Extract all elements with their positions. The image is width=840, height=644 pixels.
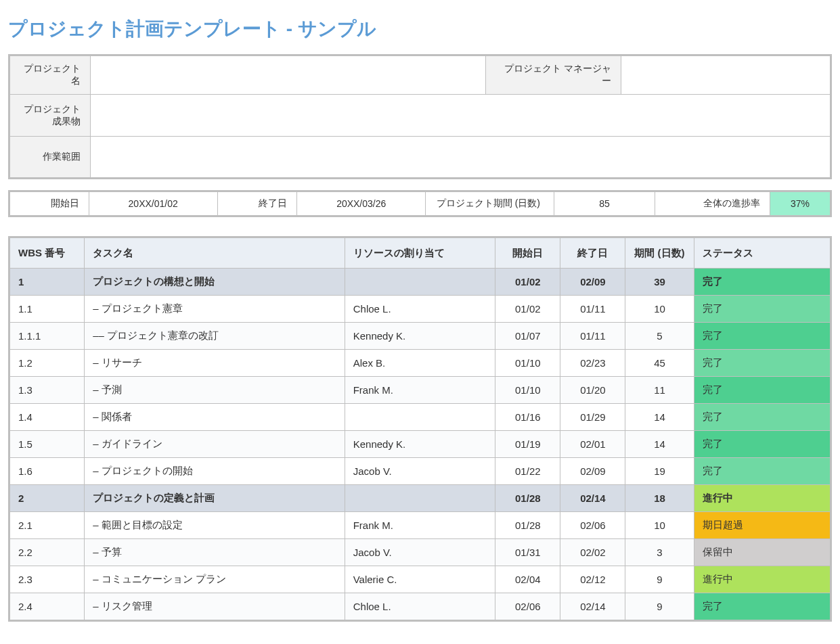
cell-task: –– プロジェクト憲章の改訂 — [85, 323, 345, 350]
end-date-value: 20XX/03/26 — [297, 191, 426, 216]
table-row: 1.6– プロジェクトの開始Jacob V.01/2202/0919完了 — [9, 458, 831, 485]
cell-start: 02/04 — [495, 566, 560, 593]
page-title: プロジェクト計画テンプレート - サンプル — [8, 16, 832, 42]
cell-task: – 関係者 — [85, 404, 345, 431]
cell-resource: Jacob V. — [345, 539, 495, 566]
cell-wbs: 1.1.1 — [9, 323, 85, 350]
table-row: 2.2– 予算Jacob V.01/3102/023保留中 — [9, 539, 831, 566]
cell-status: 完了 — [694, 296, 831, 323]
table-row: 1プロジェクトの構想と開始01/0202/0939完了 — [9, 269, 831, 296]
progress-label: 全体の進捗率 — [655, 191, 770, 216]
cell-start: 01/28 — [495, 485, 560, 512]
cell-task: – プロジェクト憲章 — [85, 296, 345, 323]
cell-resource: Kennedy K. — [345, 323, 495, 350]
cell-resource — [345, 485, 495, 512]
cell-status: 完了 — [694, 404, 831, 431]
table-row: 1.3– 予測Frank M.01/1001/2011完了 — [9, 377, 831, 404]
cell-wbs: 1.1 — [9, 296, 85, 323]
cell-start: 01/10 — [495, 377, 560, 404]
header-resource: リソースの割り当て — [345, 237, 495, 269]
cell-resource — [345, 269, 495, 296]
cell-wbs: 1.2 — [9, 350, 85, 377]
cell-start: 01/22 — [495, 458, 560, 485]
cell-wbs: 1.4 — [9, 404, 85, 431]
cell-start: 01/19 — [495, 431, 560, 458]
cell-resource — [345, 404, 495, 431]
cell-duration: 5 — [625, 323, 694, 350]
cell-duration: 39 — [625, 269, 694, 296]
header-task: タスク名 — [85, 237, 345, 269]
cell-task: – 範囲と目標の設定 — [85, 512, 345, 539]
summary-table: 開始日 20XX/01/02 終了日 20XX/03/26 プロジェクト期間 (… — [8, 190, 832, 217]
cell-resource: Frank M. — [345, 512, 495, 539]
scope-label: 作業範囲 — [9, 137, 91, 179]
cell-wbs: 2 — [9, 485, 85, 512]
cell-end: 02/14 — [560, 593, 625, 621]
cell-status: 完了 — [694, 323, 831, 350]
header-duration: 期間 (日数) — [625, 237, 694, 269]
scope-value[interactable] — [91, 137, 831, 179]
cell-status: 完了 — [694, 269, 831, 296]
start-date-value: 20XX/01/02 — [89, 191, 217, 216]
cell-wbs: 2.1 — [9, 512, 85, 539]
cell-resource: Jacob V. — [345, 458, 495, 485]
cell-status: 完了 — [694, 593, 831, 621]
cell-wbs: 1.6 — [9, 458, 85, 485]
deliverable-value[interactable] — [91, 95, 831, 137]
cell-status: 保留中 — [694, 539, 831, 566]
cell-task: – 予測 — [85, 377, 345, 404]
cell-resource: Valerie C. — [345, 566, 495, 593]
table-row: 1.2– リサーチAlex B.01/1002/2345完了 — [9, 350, 831, 377]
cell-resource: Chloe L. — [345, 593, 495, 621]
table-row: 2.4– リスク管理Chloe L.02/0602/149完了 — [9, 593, 831, 621]
cell-resource: Chloe L. — [345, 296, 495, 323]
header-end: 終了日 — [560, 237, 625, 269]
project-info-table: プロジェクト名 プロジェクト マネージャー プロジェクト 成果物 作業範囲 — [8, 54, 832, 179]
cell-duration: 10 — [625, 296, 694, 323]
cell-start: 01/16 — [495, 404, 560, 431]
cell-status: 完了 — [694, 350, 831, 377]
cell-duration: 19 — [625, 458, 694, 485]
cell-wbs: 2.2 — [9, 539, 85, 566]
cell-status: 完了 — [694, 458, 831, 485]
header-status: ステータス — [694, 237, 831, 269]
cell-wbs: 1.3 — [9, 377, 85, 404]
table-row: 2.3– コミュニケーション プランValerie C.02/0402/129進… — [9, 566, 831, 593]
cell-start: 01/10 — [495, 350, 560, 377]
progress-value: 37% — [770, 191, 831, 216]
deliverable-label: プロジェクト 成果物 — [9, 95, 91, 137]
cell-start: 01/28 — [495, 512, 560, 539]
table-row: 1.5– ガイドラインKennedy K.01/1902/0114完了 — [9, 431, 831, 458]
manager-value[interactable] — [621, 55, 831, 95]
end-date-label: 終了日 — [217, 191, 297, 216]
cell-resource: Kennedy K. — [345, 431, 495, 458]
cell-duration: 18 — [625, 485, 694, 512]
cell-task: – コミュニケーション プラン — [85, 566, 345, 593]
cell-task: プロジェクトの構想と開始 — [85, 269, 345, 296]
cell-start: 01/07 — [495, 323, 560, 350]
cell-task: プロジェクトの定義と計画 — [85, 485, 345, 512]
cell-duration: 14 — [625, 404, 694, 431]
cell-end: 02/01 — [560, 431, 625, 458]
cell-duration: 10 — [625, 512, 694, 539]
header-wbs: WBS 番号 — [9, 237, 85, 269]
cell-task: – ガイドライン — [85, 431, 345, 458]
cell-end: 02/09 — [560, 269, 625, 296]
cell-end: 01/29 — [560, 404, 625, 431]
task-table: WBS 番号 タスク名 リソースの割り当て 開始日 終了日 期間 (日数) ステ… — [8, 236, 832, 622]
duration-value: 85 — [554, 191, 655, 216]
table-row: 2プロジェクトの定義と計画01/2802/1418進行中 — [9, 485, 831, 512]
table-row: 2.1– 範囲と目標の設定Frank M.01/2802/0610期日超過 — [9, 512, 831, 539]
start-date-label: 開始日 — [9, 191, 89, 216]
cell-end: 01/11 — [560, 296, 625, 323]
duration-label: プロジェクト期間 (日数) — [426, 191, 554, 216]
cell-start: 01/02 — [495, 296, 560, 323]
project-name-value[interactable] — [91, 55, 486, 95]
cell-task: – プロジェクトの開始 — [85, 458, 345, 485]
cell-wbs: 1 — [9, 269, 85, 296]
cell-end: 02/14 — [560, 485, 625, 512]
cell-duration: 3 — [625, 539, 694, 566]
table-row: 1.1– プロジェクト憲章Chloe L.01/0201/1110完了 — [9, 296, 831, 323]
cell-task: – リスク管理 — [85, 593, 345, 621]
cell-end: 02/09 — [560, 458, 625, 485]
